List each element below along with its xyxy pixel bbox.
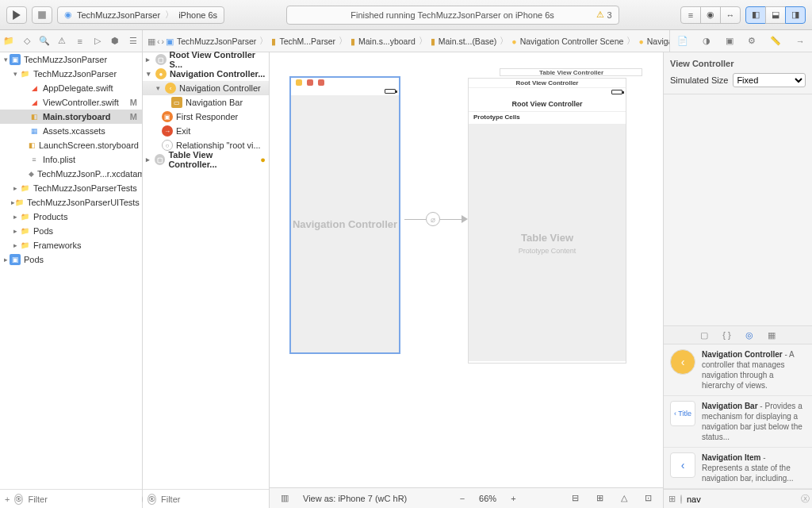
library-item[interactable]: ‹ Navigation Item - Represents a state o… (664, 448, 812, 489)
issue-navigator-tab[interactable]: ≡ (74, 35, 86, 48)
battery-icon (611, 90, 622, 94)
crumb-group[interactable]: ▮TechM...Parser (271, 37, 335, 46)
prototype-cells-label[interactable]: Prototype Cells (469, 112, 626, 125)
root-view-controller-scene[interactable]: Root View Controller Root View Controlle… (468, 78, 626, 364)
navigator-filter-bar: + ⦿ ◐ ▢ (0, 489, 142, 508)
tree-file[interactable]: ▦Assets.xcassets (0, 124, 142, 138)
outline-item-selected[interactable]: ▾‹Navigation Controller (143, 81, 269, 95)
back-button[interactable]: ‹ (157, 37, 160, 46)
tree-file[interactable]: ◆TechMuzzJsonP...r.xcdatamodeld (0, 167, 142, 181)
scene-title: Root View Controller (469, 79, 626, 88)
tree-file[interactable]: ◢ViewController.swiftM (0, 95, 142, 110)
tree-folder[interactable]: ▸📁TechMuzzJsonParserTests (0, 181, 142, 195)
toggle-inspector-button[interactable]: ◨ (785, 6, 806, 24)
library-item[interactable]: ‹ Navigation Controller - A controller t… (664, 344, 812, 396)
forward-button[interactable]: › (162, 37, 165, 46)
breakpoint-navigator-tab[interactable]: ⬢ (109, 35, 121, 48)
project-navigator-tab[interactable]: 📁 (2, 35, 15, 48)
stop-button[interactable] (32, 6, 52, 24)
library-filter-input[interactable] (687, 495, 796, 504)
debug-navigator-tab[interactable]: ▷ (91, 35, 104, 48)
tree-file[interactable]: ◢AppDelegate.swift (0, 81, 142, 95)
outline-scene[interactable]: ▸▢Root View Controller S... (143, 52, 269, 67)
related-items-button[interactable]: ▦ (147, 37, 155, 46)
tree-folder[interactable]: ▸📁Pods (0, 224, 142, 238)
size-inspector-tab[interactable]: 📏 (770, 36, 781, 46)
history-inspector-tab[interactable]: ◑ (703, 36, 710, 46)
source-control-navigator-tab[interactable]: ◇ (21, 35, 33, 48)
tree-folder[interactable]: ▸📁TechMuzzJsonParserUITests (0, 195, 142, 210)
tree-folder[interactable]: ▸📁Frameworks (0, 238, 142, 252)
zoom-level[interactable]: 66% (479, 494, 496, 503)
issue-indicator[interactable]: ⚠3 (596, 10, 611, 20)
svg-rect-1 (38, 11, 46, 19)
code-snippet-tab[interactable]: { } (722, 330, 730, 340)
tvc-title-label: Table View Controller (539, 69, 603, 76)
standard-editor-button[interactable]: ≡ (680, 6, 701, 24)
scene-nav-icon (296, 79, 302, 86)
crumb-file[interactable]: ▮Main.s...yboard (350, 37, 416, 46)
version-editor-button[interactable]: ↔ (720, 6, 741, 24)
crumb-project[interactable]: ▣TechMuzzJsonParser (166, 37, 256, 46)
run-button[interactable] (6, 6, 27, 24)
simulated-size-select[interactable]: Fixed (733, 73, 806, 87)
identity-inspector-tab[interactable]: ▣ (726, 36, 733, 46)
outline-scene[interactable]: ▸▢Table View Controller...● (143, 152, 269, 167)
tree-folder[interactable]: ▸▣Pods (0, 252, 142, 267)
view-as-label[interactable]: View as: iPhone 7 (wC hR) (303, 494, 407, 503)
add-button[interactable]: + (5, 495, 10, 504)
object-library-tab[interactable]: ◎ (745, 330, 753, 341)
filter-recent-button[interactable]: ⦿ (14, 494, 23, 505)
tree-group[interactable]: ▾📁TechMuzzJsonParser (0, 67, 142, 81)
find-navigator-tab[interactable]: ⚠ (56, 35, 68, 48)
assistant-editor-button[interactable]: ◉ (700, 6, 721, 24)
connections-inspector-tab[interactable]: → (796, 37, 805, 46)
attributes-inspector-tab[interactable]: ⚙ (748, 36, 756, 46)
symbol-navigator-tab[interactable]: 🔍 (38, 35, 51, 48)
svg-marker-0 (13, 10, 21, 20)
library-item[interactable]: ‹ Title Navigation Bar - Provides a mech… (664, 396, 812, 448)
segue-arrow[interactable]: ⌀ (404, 211, 468, 227)
file-template-tab[interactable]: ▢ (700, 330, 708, 341)
pin-button[interactable]: ⊞ (593, 493, 607, 503)
crumb-base[interactable]: ▮Main.st...(Base) (431, 37, 497, 46)
outline-tree[interactable]: ▸▢Root View Controller S... ▾●Navigation… (143, 52, 269, 489)
tree-folder[interactable]: ▸📁Products (0, 210, 142, 224)
tree-root[interactable]: ▾▣TechMuzzJsonParser (0, 52, 142, 67)
media-library-tab[interactable]: ▦ (768, 330, 776, 341)
grid-view-button[interactable]: ⊞ (668, 494, 676, 504)
navigation-bar-title[interactable]: Root View Controller (469, 96, 626, 112)
scheme-selector[interactable]: ◉ TechMuzzJsonParser 〉 iPhone 6s (57, 6, 224, 24)
tree-file[interactable]: ≡Info.plist (0, 152, 142, 167)
outline-item[interactable]: ▣First Responder (143, 110, 269, 124)
toggle-debug-button[interactable]: ⬓ (765, 6, 786, 24)
outline-filter-input[interactable] (161, 495, 270, 504)
object-library[interactable]: ‹ Navigation Controller - A controller t… (664, 344, 812, 489)
jump-bar[interactable]: ▦ ‹ › ▣TechMuzzJsonParser〉 ▮TechM...Pars… (143, 30, 669, 52)
report-navigator-tab[interactable]: ☰ (127, 35, 140, 48)
table-view-placeholder[interactable]: Table View Prototype Content (469, 125, 626, 361)
align-button[interactable]: ⊟ (569, 493, 582, 503)
file-tree[interactable]: ▾▣TechMuzzJsonParser ▾📁TechMuzzJsonParse… (0, 52, 142, 489)
tree-file-selected[interactable]: ◧Main.storyboardM (0, 110, 142, 124)
zoom-in-button[interactable]: + (508, 494, 519, 503)
file-inspector-tab[interactable]: 📄 (677, 36, 688, 46)
crumb-object[interactable]: ●Navigation Controller (638, 37, 669, 46)
storyboard-canvas[interactable]: Navigation Controller ⌀ Table View Contr… (270, 52, 663, 487)
resolve-button[interactable]: △ (618, 493, 630, 503)
navigation-controller-scene[interactable]: Navigation Controller (289, 76, 400, 354)
crumb-scene[interactable]: ●Navigation Controller Scene (511, 37, 623, 46)
navigator-filter-input[interactable] (28, 495, 137, 504)
clear-filter-button[interactable]: ⓧ (801, 493, 810, 505)
toggle-outline-button[interactable]: ▥ (278, 493, 292, 503)
outline-scene[interactable]: ▾●Navigation Controller... (143, 67, 269, 81)
outline-item[interactable]: ▭Navigation Bar (143, 95, 269, 110)
zoom-out-button[interactable]: − (457, 494, 468, 503)
toggle-navigator-button[interactable]: ◧ (745, 6, 766, 24)
simulated-size-label: Simulated Size (670, 75, 728, 85)
outline-item[interactable]: →Exit (143, 124, 269, 138)
main-toolbar: ◉ TechMuzzJsonParser 〉 iPhone 6s Finishe… (0, 0, 812, 30)
outline-filter-bar: ⦿ (143, 489, 269, 508)
embed-button[interactable]: ⊡ (642, 493, 655, 503)
tree-file[interactable]: ◧LaunchScreen.storyboard (0, 138, 142, 152)
